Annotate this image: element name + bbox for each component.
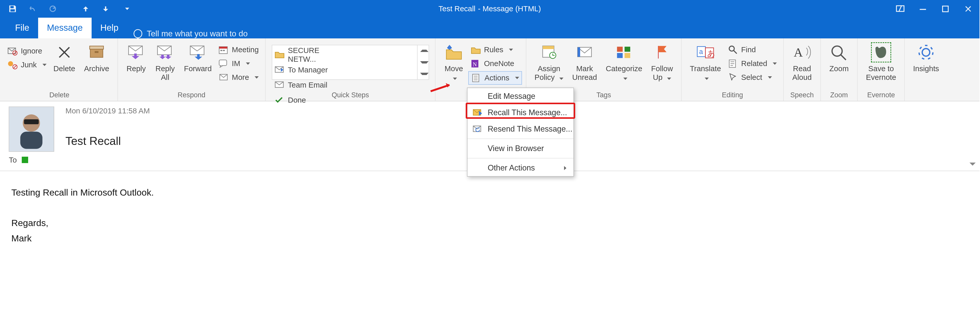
more-respond-button[interactable]: More — [216, 71, 261, 84]
read-aloud-button[interactable]: A Read Aloud — [788, 41, 816, 82]
svg-rect-17 — [219, 46, 228, 48]
read-aloud-label: Read Aloud — [792, 64, 812, 82]
save-to-evernote-button[interactable]: Save to Evernote — [862, 41, 900, 82]
forward-button[interactable]: Forward — [180, 41, 216, 73]
actions-recall-message[interactable]: Recall This Message... — [468, 104, 573, 121]
group-editing: aあ Translate Find Rel — [682, 38, 784, 101]
ribbon-tabs: File Message Help Tell me what you want … — [0, 18, 980, 38]
translate-icon: aあ — [695, 42, 716, 62]
assign-policy-icon — [539, 42, 559, 62]
quick-steps-scroll[interactable] — [417, 45, 428, 80]
actions-resend-message[interactable]: Resend This Message... — [468, 121, 573, 137]
actions-view-in-browser[interactable]: View in Browser — [468, 140, 573, 157]
quick-step-item[interactable]: SECURE NETW... — [275, 47, 344, 62]
qs-scroll-up-icon[interactable] — [418, 45, 428, 57]
group-delete-label: Delete — [5, 90, 114, 101]
close-icon[interactable] — [957, 0, 980, 18]
ignore-icon — [8, 46, 18, 56]
tab-file[interactable]: File — [6, 18, 38, 38]
minimize-icon[interactable] — [912, 0, 934, 18]
related-button[interactable]: Related — [725, 57, 780, 70]
quick-step-item[interactable]: To Manager — [275, 62, 344, 77]
meeting-button[interactable]: Meeting — [216, 43, 261, 56]
svg-rect-18 — [221, 50, 222, 51]
team-email-icon — [275, 80, 285, 90]
resend-icon — [473, 124, 482, 134]
qat-customize-icon[interactable] — [117, 2, 135, 16]
insights-icon — [916, 42, 936, 62]
mark-unread-button[interactable]: Mark Unread — [568, 41, 601, 82]
delete-button[interactable]: Delete — [49, 41, 80, 73]
onenote-button[interactable]: N OneNote — [468, 57, 522, 70]
svg-rect-12 — [95, 51, 99, 53]
junk-icon — [8, 60, 18, 70]
insights-button[interactable]: Insights — [908, 41, 943, 73]
redo-icon[interactable] — [44, 2, 62, 16]
im-button[interactable]: IM — [216, 57, 261, 70]
find-button[interactable]: Find — [725, 43, 780, 56]
move-caret-icon — [453, 78, 457, 80]
mark-unread-icon — [574, 42, 595, 62]
categorize-label: Categorize — [606, 64, 643, 82]
group-evernote-label: Evernote — [862, 90, 900, 101]
group-editing-label: Editing — [686, 90, 780, 101]
svg-point-45 — [832, 46, 842, 56]
collapse-header-icon[interactable] — [969, 162, 976, 166]
insights-label: Insights — [913, 64, 939, 73]
maximize-icon[interactable] — [934, 0, 957, 18]
actions-caret-icon — [515, 77, 519, 79]
quick-access-toolbar — [0, 2, 135, 16]
categorize-button[interactable]: Categorize — [601, 41, 647, 82]
svg-rect-36 — [617, 53, 623, 58]
sender-avatar — [9, 107, 54, 152]
actions-other-actions[interactable]: Other Actions — [468, 160, 573, 176]
undo-icon[interactable] — [24, 2, 41, 16]
svg-rect-37 — [625, 53, 630, 58]
group-speech: A Read Aloud Speech — [784, 38, 821, 101]
archive-button[interactable]: Archive — [80, 41, 114, 73]
tell-me-search[interactable]: Tell me what you want to do — [134, 29, 248, 38]
select-button[interactable]: Select — [725, 71, 780, 84]
qs-scroll-down-icon[interactable] — [418, 57, 428, 68]
assign-policy-button[interactable]: Assign Policy — [530, 41, 568, 82]
tell-me-placeholder: Tell me what you want to do — [147, 29, 248, 38]
junk-button[interactable]: Junk — [5, 59, 49, 71]
svg-rect-51 — [24, 119, 39, 124]
save-icon[interactable] — [4, 2, 21, 16]
reply-all-label: Reply All — [156, 64, 175, 82]
blank-icon — [473, 91, 482, 101]
reply-button[interactable]: Reply — [122, 41, 151, 73]
window-title-suffix: - Message (HTML) — [478, 4, 541, 13]
ignore-button[interactable]: Ignore — [5, 45, 49, 57]
follow-up-button[interactable]: Follow Up — [647, 41, 677, 82]
ribbon-display-options-icon[interactable] — [889, 0, 912, 18]
svg-rect-0 — [11, 6, 14, 8]
svg-rect-1 — [11, 10, 15, 12]
next-item-icon[interactable] — [97, 2, 115, 16]
svg-text:N: N — [473, 61, 477, 67]
translate-button[interactable]: aあ Translate — [686, 41, 725, 82]
im-caret-icon — [246, 62, 250, 65]
rules-icon — [471, 45, 481, 55]
im-label: IM — [232, 59, 240, 68]
message-date: Mon 6/10/2019 11:58 AM — [65, 107, 150, 115]
actions-edit-message[interactable]: Edit Message — [468, 88, 573, 104]
reply-all-button[interactable]: Reply All — [151, 41, 180, 82]
zoom-button[interactable]: Zoom — [824, 41, 853, 73]
prev-item-icon[interactable] — [77, 2, 94, 16]
tab-help[interactable]: Help — [92, 18, 127, 38]
svg-rect-20 — [219, 60, 227, 65]
forward-label: Forward — [184, 64, 212, 73]
actions-button[interactable]: Actions — [468, 71, 522, 85]
qs-expand-icon[interactable] — [418, 68, 428, 80]
svg-rect-5 — [943, 6, 948, 11]
move-button[interactable]: Move — [439, 41, 468, 82]
move-label: Move — [444, 64, 463, 82]
group-insights: Insights — [905, 38, 947, 101]
tab-message[interactable]: Message — [38, 18, 92, 38]
rules-button[interactable]: Rules — [468, 43, 522, 56]
mark-unread-label: Mark Unread — [572, 64, 597, 82]
body-paragraph: Mark — [11, 232, 968, 245]
blank-icon — [473, 163, 482, 173]
quick-steps-gallery[interactable]: SECURE NETW... To Manager Team Email — [272, 45, 429, 80]
